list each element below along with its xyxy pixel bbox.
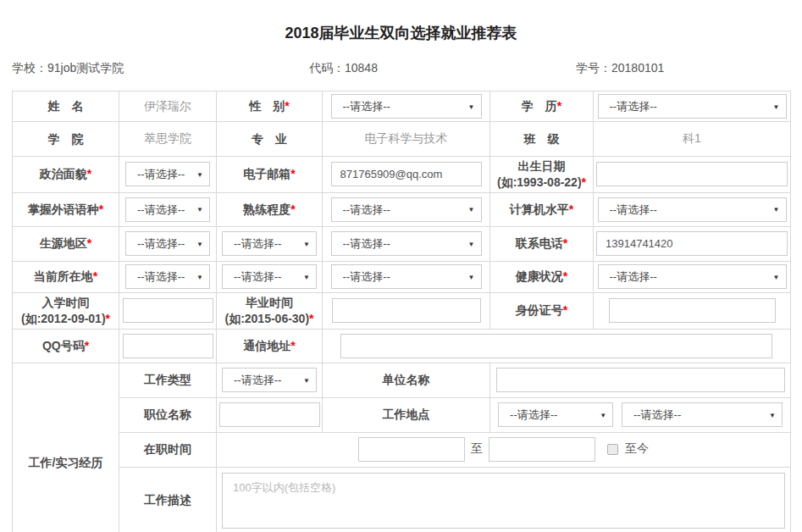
field-cell-origin-city: --请选择--▼ [217,226,323,261]
row-college-major-class: 学 院 萃思学院 专 业 电子科学与技术 班 级 科1 [13,122,791,157]
field-label-qq: QQ号码* [13,329,119,363]
field-label-id-card: 身份证号* [490,292,594,329]
position-name-cell [217,397,323,432]
field-cell-education: --请选择--▼ [594,91,791,122]
work-start-date-input[interactable] [358,437,465,462]
required-asterisk: * [563,236,567,250]
phone-input[interactable] [596,231,788,256]
graduate-time-input[interactable] [332,298,481,323]
field-label-enroll-time: 入学时间(如:2012-09-01)* [13,292,119,329]
birth-date-input[interactable] [596,162,788,186]
origin-province-select[interactable]: --请选择-- [125,231,210,256]
enroll-time-input[interactable] [123,298,213,323]
position-name-input[interactable] [219,402,320,427]
until-now-label: 至今 [625,441,649,455]
required-asterisk: * [106,312,110,325]
required-asterisk: * [99,202,103,216]
work-duration-label: 在职时间 [119,432,217,467]
required-asterisk: * [93,269,97,283]
field-cell-proficiency: --请选择--▼ [323,192,490,226]
health-select[interactable]: --请选择-- [598,264,787,289]
field-label-birth-date: 出生日期(如:1993-08-22)* [490,157,594,193]
foreign-language-select[interactable]: --请选择-- [125,197,210,222]
field-cell-location-province: --请选择--▼ [119,261,217,292]
gender-select[interactable]: --请选择-- [331,94,482,119]
field-value-name: 伊泽瑞尔 [119,91,217,122]
education-select[interactable]: --请选择-- [598,94,787,119]
work-place-label: 工作地点 [323,397,490,432]
field-value-major: 电子科学与技术 [323,122,490,157]
field-cell-address [323,329,791,363]
location-city-select[interactable]: --请选择-- [222,264,317,289]
required-asterisk: * [285,99,289,113]
field-cell-origin-province: --请选择--▼ [119,226,217,261]
work-description-cell [217,467,791,532]
field-label-gender: 性 别* [217,91,323,122]
company-name-input[interactable] [496,368,785,392]
company-name-label: 单位名称 [323,363,490,397]
field-label-name: 姓 名 [13,91,119,122]
field-label-foreign-language: 掌握外语语种* [13,192,119,226]
work-place-city-select[interactable]: --请选择-- [622,402,783,427]
required-asterisk: * [290,202,295,216]
recommendation-form-table: 姓 名 伊泽瑞尔 性 别* --请选择--▼ 学 历* --请选择--▼ 学 院… [12,91,791,532]
work-description-textarea[interactable] [222,473,785,529]
page-title: 2018届毕业生双向选择就业推荐表 [0,0,802,43]
address-input[interactable] [340,334,772,358]
field-label-computer-level: 计算机水平* [490,192,594,226]
row-political-email-birth: 政治面貌* --请选择--▼ 电子邮箱* 出生日期(如:1993-08-22)* [13,157,791,193]
field-label-health: 健康状况* [490,261,594,292]
work-type-select[interactable]: --请选择-- [222,368,317,392]
work-type-cell: --请选择--▼ [217,363,323,397]
field-value-college: 萃思学院 [119,122,217,157]
field-value-class: 科1 [594,122,791,157]
field-cell-origin-county: --请选择--▼ [323,226,490,261]
recommendation-form-page: 2018届毕业生双向选择就业推荐表 学校：91job测试学院 代码：10848 … [0,0,802,532]
field-cell-email [323,157,490,193]
location-county-select[interactable]: --请选择-- [331,264,482,289]
field-label-major: 专 业 [217,122,323,157]
field-label-phone: 联系电话* [490,226,594,261]
work-place-province-select[interactable]: --请选择-- [498,402,613,427]
location-province-select[interactable]: --请选择-- [125,264,210,289]
field-label-current-location: 当前所在地* [13,261,119,292]
email-input[interactable] [331,162,482,186]
origin-county-select[interactable]: --请选择-- [331,231,482,256]
field-cell-foreign-language: --请选择--▼ [119,192,217,226]
field-label-graduate-time: 毕业时间(如:2015-06-30)* [217,292,323,329]
id-card-input[interactable] [609,298,776,323]
meta-school: 学校：91job测试学院 [12,61,309,76]
field-cell-health: --请选择--▼ [594,261,791,292]
position-name-label: 职位名称 [119,397,217,432]
field-label-class: 班 级 [490,122,594,157]
work-end-date-input[interactable] [489,437,595,462]
row-name-gender-education: 姓 名 伊泽瑞尔 性 别* --请选择--▼ 学 历* --请选择--▼ [13,91,791,122]
field-cell-location-county: --请选择--▼ [323,261,490,292]
work-place-cell: --请选择--▼ --请选择--▼ [490,397,791,432]
row-language-proficiency-computer: 掌握外语语种* --请选择--▼ 熟练程度* --请选择--▼ 计算机水平* -… [13,192,791,226]
required-asterisk: * [290,339,295,352]
qq-number-input[interactable] [123,334,213,358]
required-asterisk: * [569,202,573,216]
field-label-address: 通信地址* [217,329,323,363]
field-cell-birth-date [594,157,791,193]
field-label-political: 政治面貌* [13,157,119,193]
form-meta-row: 学校：91job测试学院 代码：10848 学号：20180101 [12,61,790,76]
origin-city-select[interactable]: --请选择-- [222,231,317,256]
computer-level-select[interactable]: --请选择-- [598,197,787,222]
field-cell-graduate-time [323,292,490,329]
field-label-email: 电子邮箱* [217,157,323,193]
required-asterisk: * [87,236,91,250]
field-label-origin-region: 生源地区* [13,226,119,261]
field-label-education: 学 历* [490,91,594,122]
work-description-label: 工作描述 [119,467,217,532]
until-now-checkbox[interactable] [607,444,618,455]
political-status-select[interactable]: --请选择-- [125,162,210,186]
field-cell-gender: --请选择--▼ [323,91,490,122]
proficiency-select[interactable]: --请选择-- [331,197,482,222]
field-label-proficiency: 熟练程度* [217,192,323,226]
field-cell-computer-level: --请选择--▼ [594,192,791,226]
work-section-label: 工作/实习经历 [13,363,119,532]
row-location-health: 当前所在地* --请选择--▼ --请选择--▼ --请选择--▼ 健康状况* … [13,261,791,292]
meta-code: 代码：10848 [309,61,576,76]
